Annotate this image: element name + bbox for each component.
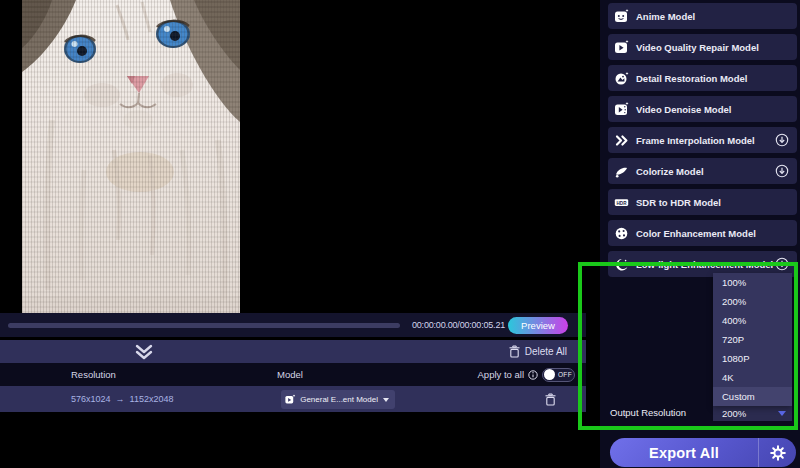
export-settings-button[interactable] <box>759 438 796 467</box>
video-preview-frame <box>22 0 240 313</box>
model-item-detail-restoration[interactable]: Detail Restoration Model <box>608 65 797 91</box>
gear-icon <box>770 445 786 461</box>
row-model-label: General E...ent Model <box>300 395 378 404</box>
row-resolution: 576x1024 → 1152x2048 <box>71 386 173 412</box>
model-item-anime[interactable]: Anime Model <box>608 3 797 29</box>
source-resolution: 576x1024 <box>71 394 111 404</box>
dropdown-option-1080p[interactable]: 1080P <box>713 349 792 368</box>
row-model-select[interactable]: General E...ent Model <box>281 390 395 409</box>
row-delete-button[interactable] <box>545 393 556 406</box>
colorize-icon <box>614 164 629 179</box>
preview-button[interactable]: Preview <box>508 317 568 334</box>
frame-interpolation-icon <box>614 133 629 148</box>
toggle-knob <box>544 369 555 380</box>
model-item-label: Color Enhancement Model <box>636 228 756 239</box>
dropdown-option-200[interactable]: 200% <box>713 292 792 311</box>
dropdown-caret-icon <box>778 411 786 416</box>
download-icon[interactable] <box>775 257 789 271</box>
dropdown-option-720p[interactable]: 720P <box>713 330 792 349</box>
seek-bar[interactable] <box>8 323 400 328</box>
download-icon[interactable] <box>775 133 789 147</box>
apply-to-all-toggle[interactable]: OFF <box>542 368 575 382</box>
info-icon[interactable] <box>528 370 538 380</box>
delete-all-label: Delete All <box>525 346 567 357</box>
player-bar: 00:00:00.00/00:00:05.21 Preview <box>0 313 586 337</box>
detail-restoration-icon <box>614 71 629 86</box>
dropdown-option-100[interactable]: 100% <box>713 273 792 292</box>
svg-text:HDR: HDR <box>617 200 628 205</box>
sdr-to-hdr-icon: HDR <box>614 195 629 210</box>
dropdown-option-4k[interactable]: 4K <box>713 368 792 387</box>
export-all-label: Export All <box>610 445 758 461</box>
apply-to-all-label: Apply to all <box>478 369 524 380</box>
model-item-label: Frame Interpolation Model <box>636 135 755 146</box>
export-all-button[interactable]: Export All <box>610 438 796 467</box>
delete-all-button[interactable]: Delete All <box>509 340 567 363</box>
model-item-label: Video Quality Repair Model <box>636 42 759 53</box>
video-enhancer-window: 00:00:00.00/00:00:05.21 Preview Delete A… <box>0 0 800 468</box>
double-chevron-down-icon[interactable] <box>133 344 155 360</box>
ai-video-model-icon <box>285 393 295 406</box>
model-item-video-quality-repair[interactable]: Video Quality Repair Model <box>608 34 797 60</box>
selected-resolution-value: 200% <box>722 408 746 419</box>
output-resolution-dropdown-list: 100% 200% 400% 720P 1080P 4K Custom <box>713 273 792 406</box>
low-light-icon <box>614 257 629 272</box>
video-quality-repair-icon <box>614 40 629 55</box>
queue-row[interactable]: 576x1024 → 1152x2048 General E...ent Mod… <box>0 386 586 412</box>
model-item-color-enhancement[interactable]: Color Enhancement Model <box>608 220 797 246</box>
apply-to-all-group: Apply to all OFF <box>478 363 575 386</box>
trash-icon <box>509 345 520 358</box>
time-display: 00:00:00.00/00:00:05.21 <box>412 313 505 337</box>
output-resolution-label: Output Resolution <box>610 405 686 421</box>
model-item-colorize[interactable]: Colorize Model <box>608 158 797 184</box>
queue-table-header: Resolution Model Apply to all OFF <box>0 363 586 386</box>
download-icon[interactable] <box>775 164 789 178</box>
output-resolution-select[interactable]: 200% <box>713 405 792 421</box>
resolution-column-header: Resolution <box>71 363 116 386</box>
video-denoise-icon <box>614 102 629 117</box>
target-resolution: 1152x2048 <box>130 394 174 404</box>
model-item-video-denoise[interactable]: Video Denoise Model <box>608 96 797 122</box>
model-item-label: Low-light Enhancement Model <box>636 259 773 270</box>
model-sidebar: Anime Model Video Quality Repair Model D… <box>600 0 800 468</box>
model-item-label: Colorize Model <box>636 166 704 177</box>
anime-icon <box>614 9 629 24</box>
chevron-down-icon <box>383 398 389 402</box>
model-item-label: SDR to HDR Model <box>636 197 721 208</box>
color-enhancement-icon <box>614 226 629 241</box>
dropdown-option-400[interactable]: 400% <box>713 311 792 330</box>
model-item-frame-interpolation[interactable]: Frame Interpolation Model <box>608 127 797 153</box>
model-item-sdr-to-hdr[interactable]: HDR SDR to HDR Model <box>608 189 797 215</box>
vhs-scanline-overlay <box>22 0 240 313</box>
model-item-label: Video Denoise Model <box>636 104 731 115</box>
model-column-header: Model <box>277 363 303 386</box>
model-item-label: Detail Restoration Model <box>636 73 747 84</box>
model-item-label: Anime Model <box>636 11 695 22</box>
dropdown-option-custom[interactable]: Custom <box>713 387 792 406</box>
toggle-state-label: OFF <box>558 371 572 378</box>
model-list: Anime Model Video Quality Repair Model D… <box>608 3 797 277</box>
queue-collapse-bar: Delete All <box>0 340 586 363</box>
arrow-right-icon: → <box>116 394 125 404</box>
